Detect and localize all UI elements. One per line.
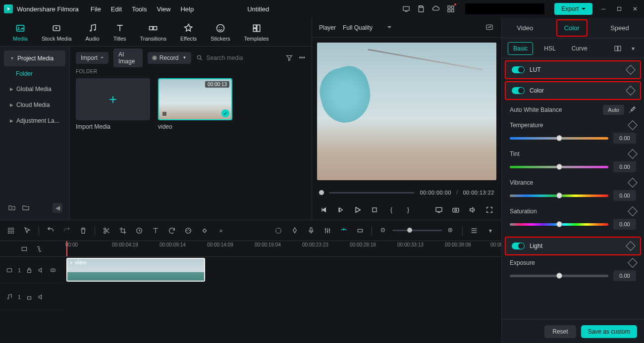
export-button[interactable]: Export [554, 3, 592, 15]
color-keyframe-icon[interactable] [626, 86, 636, 96]
visibility-icon[interactable] [50, 267, 56, 274]
crop-icon[interactable] [118, 226, 128, 236]
display-icon[interactable] [434, 205, 444, 215]
collapse-sidebar-button[interactable]: ◀ [53, 203, 62, 213]
light-section-header[interactable]: Light [505, 237, 641, 255]
link-icon[interactable] [34, 244, 44, 254]
auto-ripple-icon[interactable] [355, 226, 365, 236]
tint-value[interactable]: 0.00 [613, 161, 636, 172]
mark-in-icon[interactable]: { [386, 205, 396, 215]
tab-titles[interactable]: Titles [107, 21, 133, 44]
marker-icon[interactable] [290, 226, 300, 236]
light-keyframe-icon[interactable] [626, 241, 636, 251]
timeline-zoom[interactable] [378, 226, 456, 236]
magnet-icon[interactable] [339, 226, 349, 236]
color-toggle[interactable] [512, 87, 525, 94]
delete-icon[interactable] [78, 226, 88, 236]
vibrance-keyframe-icon[interactable] [628, 178, 638, 188]
import-media-card[interactable]: + [76, 78, 150, 120]
subtab-curves[interactable]: Curve [567, 43, 592, 54]
tab-video[interactable]: Video [510, 20, 540, 36]
media-clip-thumbnail[interactable]: 00:00:13 ✓ [158, 78, 232, 120]
select-tool-icon[interactable] [6, 226, 16, 236]
prev-frame-icon[interactable] [319, 205, 329, 215]
vibrance-track[interactable] [510, 195, 608, 197]
scrub-track[interactable] [329, 192, 415, 194]
exposure-track[interactable] [510, 275, 608, 277]
track-options-icon[interactable]: ▾ [485, 226, 495, 236]
search-input[interactable] [206, 54, 280, 61]
ai-image-button[interactable]: AI Image [113, 49, 143, 67]
camera-icon[interactable] [451, 205, 461, 215]
tint-keyframe-icon[interactable] [628, 149, 638, 159]
step-back-icon[interactable] [336, 205, 346, 215]
saturation-track[interactable] [510, 223, 608, 226]
add-folder-icon[interactable] [7, 203, 17, 213]
exposure-value[interactable]: 0.00 [613, 270, 636, 281]
sidebar-folder[interactable]: Folder [4, 66, 65, 81]
mark-out-icon[interactable]: } [403, 205, 413, 215]
save-as-custom-button[interactable]: Save as custom [581, 325, 637, 338]
import-dropdown[interactable]: Import [76, 52, 108, 64]
lock-icon[interactable] [26, 267, 33, 274]
maximize-button[interactable] [614, 4, 624, 14]
exposure-keyframe-icon[interactable] [628, 258, 638, 268]
lut-section-header[interactable]: LUT [505, 60, 641, 79]
tab-stock-media[interactable]: Stock Media [35, 21, 79, 44]
temperature-keyframe-icon[interactable] [628, 120, 638, 130]
record-dropdown[interactable]: Record▼ [148, 52, 192, 64]
sidebar-cloud-media[interactable]: ▶Cloud Media [4, 97, 65, 113]
apps-icon[interactable] [446, 4, 455, 13]
menu-file[interactable]: File [91, 5, 101, 13]
redo-icon[interactable] [62, 226, 72, 236]
tab-speed[interactable]: Speed [603, 20, 636, 36]
lut-toggle[interactable] [512, 66, 525, 73]
keyframe-tool-icon[interactable] [200, 226, 210, 236]
temperature-track[interactable] [510, 137, 608, 140]
track-view-icon[interactable] [469, 226, 479, 236]
tint-track[interactable] [510, 166, 608, 168]
lut-keyframe-icon[interactable] [626, 65, 636, 75]
tab-audio[interactable]: Audio [79, 21, 107, 44]
text-tool-icon[interactable] [151, 226, 161, 236]
render-icon[interactable] [273, 226, 283, 236]
mute-icon[interactable] [38, 267, 45, 274]
account-area[interactable] [465, 3, 544, 14]
preview-canvas[interactable] [312, 38, 501, 185]
tab-templates[interactable]: Templates [237, 21, 275, 44]
split-icon[interactable] [102, 226, 111, 236]
audio-track-header[interactable]: 1 [0, 284, 63, 310]
folder-icon[interactable] [21, 203, 31, 213]
filter-icon[interactable] [285, 53, 293, 62]
play-icon[interactable] [353, 205, 363, 215]
color-section-header[interactable]: Color [505, 81, 641, 100]
more-icon[interactable]: ••• [298, 53, 306, 62]
tab-stickers[interactable]: Stickers [204, 21, 237, 44]
stop-icon[interactable] [370, 205, 379, 215]
mute-icon[interactable] [38, 294, 45, 300]
track-content[interactable]: video [63, 257, 501, 343]
track-add-icon[interactable] [19, 244, 29, 254]
subtab-dropdown-icon[interactable]: ▾ [628, 44, 638, 53]
voiceover-icon[interactable] [306, 226, 316, 236]
auto-button[interactable]: Auto [603, 105, 624, 115]
volume-icon[interactable] [468, 205, 478, 215]
saturation-value[interactable]: 0.00 [613, 219, 636, 230]
color-tool-icon[interactable] [183, 226, 193, 236]
compare-icon[interactable] [613, 44, 622, 53]
sidebar-global-media[interactable]: ▶Global Media [4, 81, 65, 97]
vibrance-value[interactable]: 0.00 [613, 190, 636, 201]
speed-tool-icon[interactable] [134, 226, 144, 236]
snapshot-icon[interactable] [485, 23, 494, 32]
tab-effects[interactable]: Effects [173, 21, 204, 44]
lock-icon[interactable] [26, 294, 33, 300]
undo-icon[interactable] [46, 226, 55, 236]
temperature-value[interactable]: 0.00 [613, 133, 636, 144]
minimize-button[interactable]: ─ [598, 4, 608, 14]
tab-color[interactable]: Color [556, 19, 588, 37]
subtab-hsl[interactable]: HSL [539, 43, 560, 54]
subtab-basic[interactable]: Basic [508, 42, 533, 55]
cloud-icon[interactable] [431, 4, 440, 13]
fullscreen-icon[interactable] [484, 205, 494, 215]
save-icon[interactable] [417, 4, 426, 13]
